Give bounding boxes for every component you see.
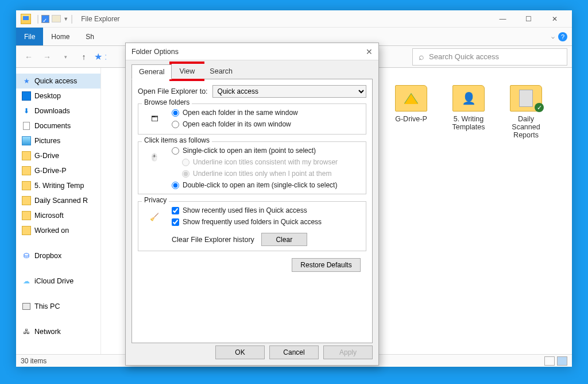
apply-button[interactable]: Apply bbox=[323, 345, 373, 359]
dialog-body: Open File Explorer to: Quick access Brow… bbox=[131, 79, 373, 343]
clear-button[interactable]: Clear bbox=[261, 233, 307, 246]
details-view-icon[interactable] bbox=[544, 356, 555, 366]
up-button[interactable]: ↑ bbox=[76, 48, 92, 66]
dropbox-icon: ⛁ bbox=[22, 251, 31, 260]
check-recent-files[interactable]: Show recently used files in Quick access bbox=[172, 206, 361, 214]
folder-scanned[interactable]: Daily Scanned Reports bbox=[503, 85, 549, 139]
tab-general[interactable]: General bbox=[131, 64, 172, 79]
folder-icon bbox=[22, 226, 31, 235]
qat-newfolder-icon[interactable] bbox=[52, 15, 61, 22]
qat-caret-icon[interactable]: ▼ bbox=[63, 16, 68, 22]
person-folder-icon bbox=[452, 85, 485, 112]
folder-icon bbox=[22, 211, 31, 220]
cloud-icon: ☁ bbox=[22, 277, 31, 286]
ribbon-share-tab[interactable]: Sh bbox=[78, 28, 102, 45]
qat-properties-icon[interactable] bbox=[41, 15, 49, 23]
download-icon: ⬇ bbox=[22, 106, 31, 116]
folder-options-dialog: Folder Options ✕ General View Search Ope… bbox=[125, 43, 379, 366]
sidebar-item-desktop[interactable]: Desktop bbox=[16, 89, 100, 103]
pc-icon bbox=[22, 302, 31, 311]
browse-icon: 🗔 bbox=[143, 109, 166, 129]
file-explorer-window: | ▼ | File Explorer — ☐ ✕ File Home Sh ⌵… bbox=[16, 10, 572, 367]
quickaccess-star-icon[interactable]: ★ bbox=[94, 51, 102, 62]
folder-icon bbox=[22, 151, 31, 160]
privacy-legend: Privacy bbox=[142, 196, 169, 204]
divider: | bbox=[71, 14, 73, 24]
icons-view-icon[interactable] bbox=[557, 356, 567, 366]
divider: | bbox=[37, 14, 39, 24]
dialog-titlebar: Folder Options ✕ bbox=[126, 43, 378, 60]
radio-double-click[interactable]: Double-click to open an item (single-cli… bbox=[172, 181, 361, 189]
folder-gdrivep[interactable]: G-Drive-P bbox=[388, 85, 434, 139]
ribbon-collapse-icon[interactable]: ⌵ bbox=[551, 33, 555, 40]
sidebar-item-thispc[interactable]: This PC bbox=[16, 299, 100, 314]
sidebar-item-gdrivep[interactable]: G-Drive-P bbox=[16, 163, 100, 178]
forward-button[interactable]: → bbox=[39, 48, 55, 66]
close-button[interactable]: ✕ bbox=[541, 10, 567, 28]
sidebar-item-documents[interactable]: Documents bbox=[16, 118, 100, 133]
quickaccess-star-icon: : bbox=[105, 52, 107, 62]
window-title: File Explorer bbox=[81, 15, 119, 23]
tab-view[interactable]: View bbox=[172, 64, 202, 79]
folder-templates[interactable]: 5. Writing Templates bbox=[446, 85, 492, 139]
sidebar-item-icloud[interactable]: ☁iCloud Drive bbox=[16, 274, 100, 289]
sidebar-item-network[interactable]: 🖧Network bbox=[16, 324, 100, 339]
network-icon: 🖧 bbox=[22, 327, 31, 336]
open-to-label: Open File Explorer to: bbox=[138, 87, 208, 95]
star-icon: ★ bbox=[22, 76, 31, 86]
restore-defaults-button[interactable]: Restore Defaults bbox=[292, 258, 361, 272]
clear-history-label: Clear File Explorer history bbox=[172, 236, 254, 244]
radio-single-click[interactable]: Single-click to open an item (point to s… bbox=[172, 147, 361, 155]
maximize-button[interactable]: ☐ bbox=[516, 10, 541, 28]
browse-folders-legend: Browse folders bbox=[142, 98, 192, 106]
gdrive-folder-icon bbox=[395, 85, 427, 112]
folder-icon bbox=[22, 166, 31, 175]
radio-underline-browser: Underline icon titles consistent with my… bbox=[182, 158, 361, 166]
ribbon-file-tab[interactable]: File bbox=[16, 28, 43, 45]
check-frequent-folders[interactable]: Show frequently used folders in Quick ac… bbox=[172, 218, 361, 226]
open-to-select[interactable]: Quick access bbox=[212, 85, 366, 98]
titlebar: | ▼ | File Explorer — ☐ ✕ bbox=[16, 10, 572, 28]
sidebar-item-downloads[interactable]: ⬇Downloads bbox=[16, 103, 100, 118]
click-icon: 🖱️ bbox=[143, 147, 166, 167]
sidebar-item-microsoft[interactable]: Microsoft bbox=[16, 208, 100, 223]
dialog-close-button[interactable]: ✕ bbox=[366, 47, 373, 56]
privacy-icon: 🧹 bbox=[143, 206, 166, 227]
sidebar-item-templates[interactable]: 5. Writing Temp bbox=[16, 178, 100, 193]
folder-icon bbox=[22, 181, 31, 190]
cancel-button[interactable]: Cancel bbox=[269, 345, 319, 359]
sidebar-item-dropbox[interactable]: ⛁Dropbox bbox=[16, 248, 100, 263]
quick-access-toolbar: | ▼ bbox=[37, 14, 68, 24]
radio-own-window[interactable]: Open each folder in its own window bbox=[172, 120, 361, 128]
document-icon bbox=[22, 121, 31, 130]
sidebar-item-quickaccess[interactable]: ★Quick access bbox=[16, 74, 100, 89]
dialog-title: Folder Options bbox=[131, 48, 179, 56]
item-count: 30 items bbox=[21, 357, 47, 365]
navigation-pane: ★Quick access Desktop ⬇Downloads Documen… bbox=[16, 68, 101, 354]
sidebar-item-workedon[interactable]: Worked on bbox=[16, 223, 100, 238]
click-items-legend: Click items as follows bbox=[142, 136, 212, 144]
doc-folder-icon bbox=[510, 85, 542, 112]
history-caret-icon[interactable]: ▾ bbox=[57, 48, 74, 66]
search-icon: ⌕ bbox=[419, 52, 424, 62]
dialog-tabs: General View Search bbox=[126, 60, 378, 79]
tab-search[interactable]: Search bbox=[202, 64, 240, 79]
sidebar-item-scanned[interactable]: Daily Scanned R bbox=[16, 193, 100, 208]
search-input[interactable]: ⌕ Search Quick access bbox=[412, 48, 567, 66]
ribbon-home-tab[interactable]: Home bbox=[43, 28, 78, 45]
ok-button[interactable]: OK bbox=[215, 345, 265, 359]
desktop-icon bbox=[22, 91, 31, 101]
minimize-button[interactable]: — bbox=[490, 10, 516, 28]
radio-same-window[interactable]: Open each folder in the same window bbox=[172, 109, 361, 117]
pictures-icon bbox=[22, 136, 31, 145]
search-placeholder: Search Quick access bbox=[429, 52, 499, 61]
help-icon[interactable]: ? bbox=[558, 32, 567, 41]
app-icon bbox=[21, 14, 31, 24]
radio-underline-hover: Underline icon titles only when I point … bbox=[182, 170, 361, 178]
back-button[interactable]: ← bbox=[21, 48, 37, 66]
sidebar-item-gdrive[interactable]: G-Drive bbox=[16, 148, 100, 163]
folder-icon bbox=[22, 196, 31, 205]
sidebar-item-pictures[interactable]: Pictures bbox=[16, 133, 100, 148]
